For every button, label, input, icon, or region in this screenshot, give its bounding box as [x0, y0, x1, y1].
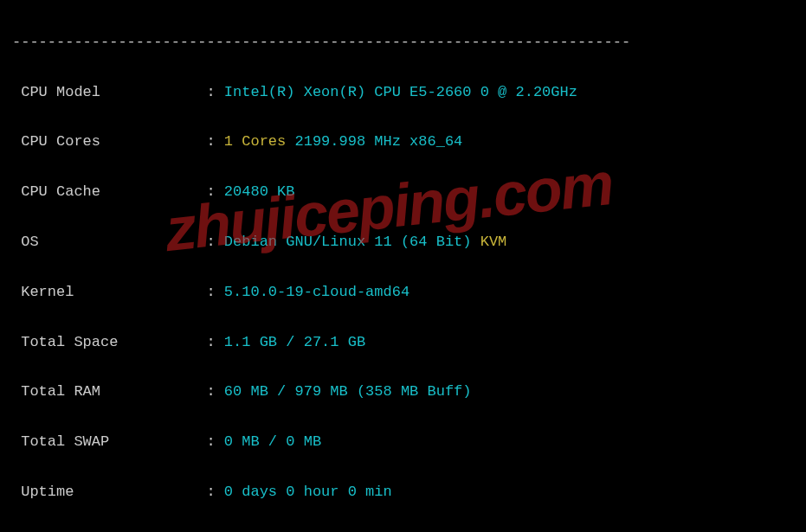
- row-total-space: Total Space : 1.1 GB / 27.1 GB: [12, 330, 794, 356]
- row-cpu-model: CPU Model : Intel(R) Xeon(R) CPU E5-2660…: [12, 80, 794, 106]
- value-uptime: 0 days 0 hour 0 min: [224, 480, 392, 505]
- value-total-swap: 0 MB / 0 MB: [224, 430, 321, 455]
- value-cpu-cache: 20480 KB: [224, 180, 295, 205]
- label-cpu-model: CPU Model: [12, 80, 206, 106]
- colon: :: [206, 80, 223, 106]
- label-cpu-cache: CPU Cache: [12, 180, 206, 205]
- colon: :: [206, 430, 223, 455]
- colon: :: [206, 280, 223, 305]
- value-total-ram: 60 MB / 979 MB (358 MB Buff): [224, 380, 472, 405]
- value-cpu-cores-rest: 2199.998 MHz x86_64: [286, 130, 462, 155]
- colon: :: [206, 380, 223, 405]
- label-uptime: Uptime: [12, 480, 206, 505]
- colon: :: [206, 130, 223, 155]
- row-cpu-cores: CPU Cores : 1 Cores 2199.998 MHz x86_64: [12, 130, 794, 155]
- value-os-virt: KVM: [480, 230, 507, 255]
- colon: :: [206, 230, 223, 255]
- colon: :: [206, 180, 223, 205]
- row-uptime: Uptime : 0 days 0 hour 0 min: [12, 480, 794, 505]
- row-kernel: Kernel : 5.10.0-19-cloud-amd64: [12, 280, 794, 305]
- label-total-ram: Total RAM: [12, 380, 206, 405]
- divider: ----------------------------------------…: [12, 30, 794, 55]
- label-total-swap: Total SWAP: [12, 430, 206, 455]
- value-os: Debian GNU/Linux 11 (64 Bit): [224, 230, 480, 255]
- label-kernel: Kernel: [12, 280, 206, 305]
- value-total-space: 1.1 GB / 27.1 GB: [224, 330, 365, 356]
- label-total-space: Total Space: [12, 330, 206, 356]
- value-cpu-cores-count: 1 Cores: [224, 130, 286, 155]
- terminal-output: ----------------------------------------…: [0, 0, 806, 532]
- label-cpu-cores: CPU Cores: [12, 130, 206, 155]
- row-os: OS : Debian GNU/Linux 11 (64 Bit) KVM: [12, 230, 794, 255]
- row-total-ram: Total RAM : 60 MB / 979 MB (358 MB Buff): [12, 380, 794, 405]
- value-kernel: 5.10.0-19-cloud-amd64: [224, 280, 409, 305]
- row-total-swap: Total SWAP : 0 MB / 0 MB: [12, 430, 794, 455]
- label-os: OS: [12, 230, 206, 255]
- colon: :: [206, 480, 223, 505]
- colon: :: [206, 330, 223, 356]
- row-cpu-cache: CPU Cache : 20480 KB: [12, 180, 794, 205]
- value-cpu-model: Intel(R) Xeon(R) CPU E5-2660 0 @ 2.20GHz: [224, 80, 577, 106]
